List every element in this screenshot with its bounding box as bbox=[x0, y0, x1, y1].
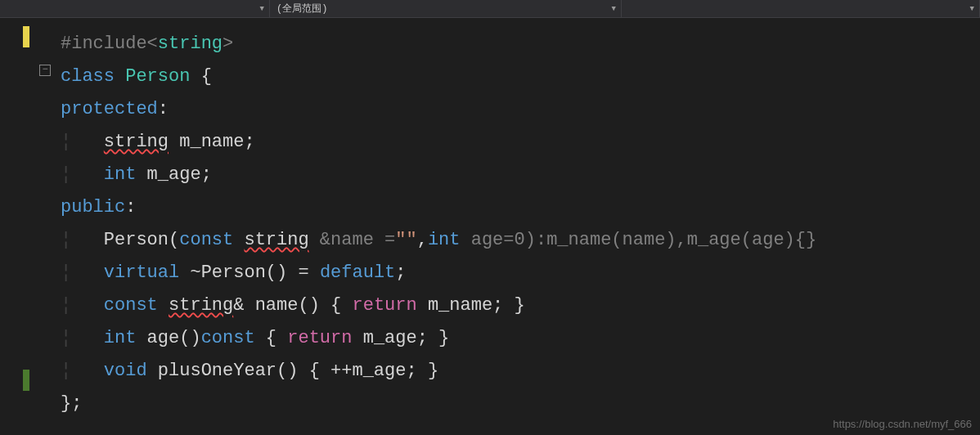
code-token: const bbox=[104, 295, 158, 316]
scope-dropdown-left[interactable]: ▼ bbox=[0, 0, 270, 17]
code-token: ( bbox=[169, 230, 179, 250]
code-token: m_age; } bbox=[352, 328, 449, 348]
code-token-error: string bbox=[169, 295, 233, 316]
code-token: }; bbox=[61, 393, 82, 414]
code-token: virtual bbox=[104, 262, 179, 283]
code-token: Person bbox=[104, 230, 169, 250]
code-editor[interactable]: #include<string> class Person { protecte… bbox=[57, 18, 816, 435]
code-token: int bbox=[104, 164, 137, 185]
code-token: public bbox=[61, 197, 125, 218]
editor-area: − #include<string> class Person { protec… bbox=[0, 18, 980, 435]
code-token: int bbox=[428, 230, 461, 250]
code-token: const bbox=[179, 230, 233, 250]
code-token: protected bbox=[61, 99, 158, 119]
gutter: − bbox=[0, 18, 57, 435]
code-token: : bbox=[158, 99, 169, 119]
code-token: return bbox=[287, 328, 352, 348]
scope-dropdown-center[interactable]: (全局范围) ▼ bbox=[270, 0, 622, 17]
code-token: return bbox=[352, 295, 416, 316]
dropdown-label: (全局范围) bbox=[276, 2, 327, 16]
code-token: m_name; bbox=[169, 132, 255, 152]
code-token: #include< bbox=[61, 34, 158, 54]
code-token: m_age; bbox=[136, 164, 211, 185]
navigation-bar: ▼ (全局范围) ▼ ▼ bbox=[0, 0, 980, 18]
code-token: age=0):m_name(name),m_age(age){} bbox=[461, 230, 817, 250]
saved-marker bbox=[23, 370, 29, 391]
code-token-error: string bbox=[244, 230, 308, 250]
code-token: string bbox=[158, 34, 223, 54]
code-token: , bbox=[417, 230, 428, 250]
code-token: age() bbox=[136, 328, 200, 348]
code-token: class bbox=[61, 66, 115, 87]
code-token: void bbox=[104, 361, 147, 381]
code-token: plusOneYear() { ++m_age; } bbox=[147, 361, 438, 381]
code-token: m_name; } bbox=[417, 295, 525, 316]
code-token: const bbox=[201, 328, 255, 348]
watermark: https://blog.csdn.net/myf_666 bbox=[833, 418, 972, 430]
chevron-down-icon: ▼ bbox=[612, 5, 616, 13]
code-token: : bbox=[125, 197, 136, 218]
modified-marker bbox=[23, 26, 29, 47]
code-token: { bbox=[255, 328, 288, 348]
code-token: Person bbox=[125, 66, 190, 87]
code-token: ~Person() = bbox=[179, 262, 320, 283]
code-token: ; bbox=[395, 262, 406, 283]
code-token-error: string bbox=[104, 132, 169, 152]
code-token: & name() { bbox=[233, 295, 352, 316]
code-token: > bbox=[223, 34, 233, 54]
fold-collapse-icon[interactable]: − bbox=[39, 65, 51, 76]
code-token: { bbox=[190, 66, 211, 87]
scope-dropdown-right[interactable]: ▼ bbox=[622, 0, 980, 17]
code-token: int bbox=[104, 328, 137, 348]
code-token: &name = bbox=[309, 230, 396, 250]
chevron-down-icon: ▼ bbox=[970, 5, 974, 13]
code-token: default bbox=[320, 262, 395, 283]
code-token: "" bbox=[395, 230, 416, 250]
chevron-down-icon: ▼ bbox=[260, 5, 264, 13]
